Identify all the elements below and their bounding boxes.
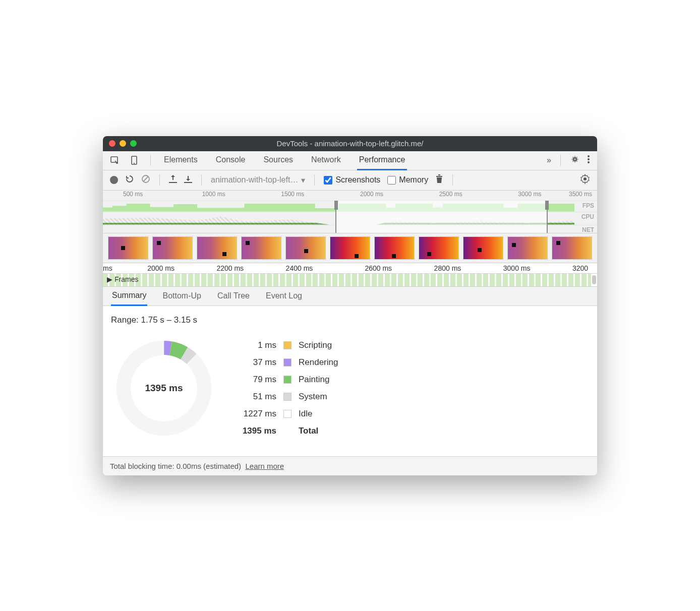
kebab-menu-icon[interactable] <box>587 154 590 166</box>
screenshot-thumb[interactable] <box>552 236 592 260</box>
device-toggle-icon[interactable] <box>129 155 139 165</box>
summary-donut: 1395 ms <box>116 340 212 436</box>
delete-button[interactable] <box>435 174 443 186</box>
reload-record-button[interactable] <box>125 174 134 186</box>
legend-label: Painting <box>299 375 338 385</box>
settings-icon[interactable] <box>570 154 580 166</box>
selection-handle-right[interactable] <box>545 201 549 210</box>
close-window-icon[interactable] <box>109 140 115 147</box>
svg-rect-10 <box>436 176 442 177</box>
legend-label: Rendering <box>299 357 338 368</box>
upload-button[interactable] <box>169 174 177 186</box>
screenshot-thumb[interactable] <box>419 236 459 260</box>
legend-label: System <box>299 392 338 402</box>
screenshot-thumb[interactable] <box>152 236 193 260</box>
window-title: DevTools - animation-with-top-left.glitc… <box>103 139 597 148</box>
zoom-window-icon[interactable] <box>130 140 137 147</box>
overview-selection[interactable] <box>335 201 548 233</box>
legend-swatch <box>283 393 291 401</box>
svg-point-3 <box>588 155 590 157</box>
legend-swatch <box>283 358 291 366</box>
svg-rect-0 <box>111 157 118 162</box>
svg-point-5 <box>588 161 590 163</box>
window-controls <box>109 140 137 147</box>
tab-sources[interactable]: Sources <box>261 151 295 170</box>
clear-button[interactable] <box>141 174 150 186</box>
perf-toolbar: animation-with-top-left… ▾ Screenshots M… <box>103 170 597 191</box>
donut-total: 1395 ms <box>116 340 212 436</box>
frames-label[interactable]: ▶ Frames <box>107 275 138 283</box>
legend-ms: 37 ms <box>242 357 276 368</box>
screenshot-thumb[interactable] <box>330 236 370 260</box>
screenshot-thumb[interactable] <box>507 236 548 260</box>
overview-timeline[interactable]: 500 ms1000 ms1500 ms2000 ms2500 ms3000 m… <box>103 191 597 233</box>
learn-more-link[interactable]: Learn more <box>245 462 284 470</box>
subtab-bottom-up[interactable]: Bottom-Up <box>161 287 202 305</box>
screenshot-thumb[interactable] <box>241 236 281 260</box>
detail-ruler[interactable]: ms2000 ms2200 ms2400 ms2600 ms2800 ms300… <box>103 263 597 274</box>
scrollbar-thumb[interactable] <box>592 275 596 284</box>
summary-panel: Range: 1.75 s – 3.15 s 1395 ms 1 msScrip… <box>103 306 597 456</box>
svg-point-4 <box>588 158 590 160</box>
minimize-window-icon[interactable] <box>120 140 126 147</box>
legend-swatch <box>283 341 291 349</box>
footer: Total blocking time: 0.00ms (estimated) … <box>103 456 597 475</box>
svg-line-7 <box>143 176 148 181</box>
tab-elements[interactable]: Elements <box>162 151 200 170</box>
screenshot-thumb[interactable] <box>108 236 148 260</box>
screenshot-thumb[interactable] <box>463 236 503 260</box>
legend-ms: 79 ms <box>242 375 276 385</box>
summary-tabs: SummaryBottom-UpCall TreeEvent Log <box>103 287 597 306</box>
devtools-window: DevTools - animation-with-top-left.glitc… <box>103 136 597 475</box>
expand-icon: ▶ <box>107 275 112 283</box>
screenshot-thumb[interactable] <box>285 236 326 260</box>
legend-ms: 51 ms <box>242 392 276 402</box>
more-tabs-icon[interactable]: » <box>547 156 551 165</box>
legend-swatch <box>283 410 291 418</box>
svg-rect-11 <box>438 174 440 175</box>
subtab-call-tree[interactable]: Call Tree <box>216 287 251 305</box>
panel-tabs: ElementsConsoleSourcesNetworkPerformance… <box>103 151 597 170</box>
titlebar[interactable]: DevTools - animation-with-top-left.glitc… <box>103 136 597 151</box>
screenshot-filmstrip[interactable] <box>103 233 597 263</box>
svg-point-12 <box>584 177 587 180</box>
legend-ms: 1 ms <box>242 340 276 350</box>
selection-handle-left[interactable] <box>334 201 338 210</box>
legend-ms: 1227 ms <box>242 409 276 419</box>
capture-settings-icon[interactable] <box>580 174 590 186</box>
recording-name: animation-with-top-left… <box>211 175 298 185</box>
subtab-summary[interactable]: Summary <box>111 287 147 306</box>
legend-label: Idle <box>299 409 338 419</box>
blocking-time-label: Total blocking time: 0.00ms (estimated) <box>110 462 241 470</box>
download-button[interactable] <box>184 174 192 186</box>
screenshot-thumb[interactable] <box>197 236 237 260</box>
svg-rect-9 <box>184 182 192 183</box>
inspect-icon[interactable] <box>110 155 120 165</box>
separator <box>150 155 151 166</box>
range-label: Range: 1.75 s – 3.15 s <box>111 315 589 325</box>
overview-ruler: 500 ms1000 ms1500 ms2000 ms2500 ms3000 m… <box>103 191 597 201</box>
tab-network[interactable]: Network <box>309 151 343 170</box>
memory-checkbox[interactable]: Memory <box>387 175 428 185</box>
screenshot-thumb[interactable] <box>374 236 415 260</box>
tab-performance[interactable]: Performance <box>357 151 407 170</box>
record-button[interactable] <box>110 176 118 184</box>
summary-legend: 1 msScripting37 msRendering79 msPainting… <box>242 340 338 436</box>
screenshots-checkbox[interactable]: Screenshots <box>324 175 380 185</box>
frames-track[interactable]: ▶ Frames <box>103 274 597 287</box>
subtab-event-log[interactable]: Event Log <box>265 287 303 305</box>
separator <box>560 155 561 166</box>
legend-label: Scripting <box>299 340 338 350</box>
svg-rect-8 <box>169 182 177 183</box>
tab-console[interactable]: Console <box>214 151 248 170</box>
recording-select[interactable]: animation-with-top-left… ▾ <box>211 175 305 185</box>
legend-swatch <box>283 376 291 384</box>
chevron-down-icon: ▾ <box>301 175 305 185</box>
